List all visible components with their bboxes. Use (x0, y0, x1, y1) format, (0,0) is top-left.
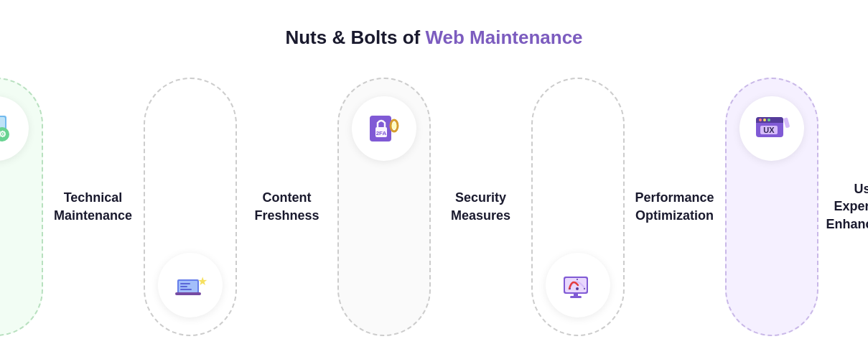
svg-rect-13 (180, 289, 192, 290)
perf-icon (558, 265, 598, 305)
label-text: ContentFreshness (254, 189, 319, 224)
svg-point-31 (759, 119, 762, 121)
label-performance-optimization: PerformanceOptimization (625, 189, 725, 224)
card-security-measures: 2FA (337, 78, 431, 336)
card-technical-maintenance: ⚙ (0, 78, 43, 336)
tech-icon-circle: ⚙ (0, 96, 29, 161)
security-icon-circle: 2FA (352, 96, 416, 161)
svg-point-32 (763, 119, 766, 121)
label-text: SecurityMeasures (451, 189, 510, 224)
title-highlight: Web Maintenance (425, 27, 582, 48)
svg-rect-10 (175, 292, 201, 295)
security-icon: 2FA (364, 108, 404, 149)
label-text: UserExperienceEnhancement (826, 180, 868, 233)
svg-text:2FA: 2FA (375, 130, 386, 136)
ux-icon-circle: UX (739, 96, 804, 161)
svg-point-33 (767, 119, 770, 121)
svg-rect-11 (180, 283, 190, 284)
label-text: TechnicalMaintenance (54, 189, 132, 224)
svg-text:⚙: ⚙ (0, 129, 6, 139)
card-user-experience: UX (725, 78, 818, 336)
svg-rect-36 (783, 117, 790, 128)
content-icon: ★ (170, 265, 210, 305)
svg-text:★: ★ (197, 275, 207, 287)
svg-rect-23 (570, 296, 582, 298)
svg-point-24 (576, 287, 579, 290)
label-user-experience: UserExperienceEnhancement (818, 180, 869, 233)
label-security-measures: SecurityMeasures (431, 189, 531, 224)
title-plain: Nuts & Bolts of (285, 27, 425, 48)
ux-icon: UX (752, 108, 792, 149)
cards-row: ⚙ TechnicalMaintenance (0, 78, 868, 336)
page-title: Nuts & Bolts of Web Maintenance (285, 27, 582, 49)
content-icon-circle: ★ (158, 253, 223, 317)
card-content-freshness: ★ (144, 78, 237, 336)
perf-icon-circle (546, 253, 610, 317)
card-performance-optimization (531, 78, 625, 336)
svg-rect-21 (565, 278, 587, 292)
svg-rect-12 (180, 286, 187, 287)
svg-point-19 (392, 122, 396, 129)
label-technical-maintenance: TechnicalMaintenance (43, 189, 144, 224)
svg-text:UX: UX (763, 126, 775, 134)
tech-icon: ⚙ (0, 108, 17, 149)
label-text: PerformanceOptimization (635, 189, 714, 224)
label-content-freshness: ContentFreshness (237, 189, 337, 224)
